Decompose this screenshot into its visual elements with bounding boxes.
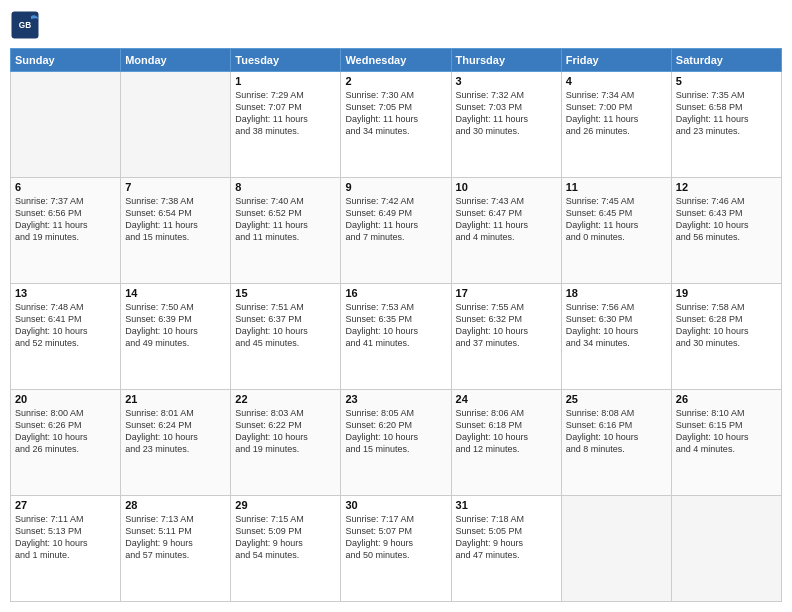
day-cell: 9Sunrise: 7:42 AM Sunset: 6:49 PM Daylig… xyxy=(341,178,451,284)
day-number: 15 xyxy=(235,287,336,299)
day-header-tuesday: Tuesday xyxy=(231,49,341,72)
day-cell: 2Sunrise: 7:30 AM Sunset: 7:05 PM Daylig… xyxy=(341,72,451,178)
day-cell: 16Sunrise: 7:53 AM Sunset: 6:35 PM Dayli… xyxy=(341,284,451,390)
day-info: Sunrise: 7:35 AM Sunset: 6:58 PM Dayligh… xyxy=(676,89,777,138)
day-cell: 11Sunrise: 7:45 AM Sunset: 6:45 PM Dayli… xyxy=(561,178,671,284)
day-number: 27 xyxy=(15,499,116,511)
day-cell: 5Sunrise: 7:35 AM Sunset: 6:58 PM Daylig… xyxy=(671,72,781,178)
day-number: 25 xyxy=(566,393,667,405)
day-number: 31 xyxy=(456,499,557,511)
day-info: Sunrise: 8:01 AM Sunset: 6:24 PM Dayligh… xyxy=(125,407,226,456)
svg-text:GB: GB xyxy=(19,21,31,30)
day-cell: 22Sunrise: 8:03 AM Sunset: 6:22 PM Dayli… xyxy=(231,390,341,496)
day-number: 5 xyxy=(676,75,777,87)
day-number: 9 xyxy=(345,181,446,193)
day-number: 30 xyxy=(345,499,446,511)
day-info: Sunrise: 7:40 AM Sunset: 6:52 PM Dayligh… xyxy=(235,195,336,244)
day-info: Sunrise: 8:06 AM Sunset: 6:18 PM Dayligh… xyxy=(456,407,557,456)
day-cell: 27Sunrise: 7:11 AM Sunset: 5:13 PM Dayli… xyxy=(11,496,121,602)
day-info: Sunrise: 8:00 AM Sunset: 6:26 PM Dayligh… xyxy=(15,407,116,456)
day-info: Sunrise: 7:13 AM Sunset: 5:11 PM Dayligh… xyxy=(125,513,226,562)
day-header-friday: Friday xyxy=(561,49,671,72)
day-cell: 18Sunrise: 7:56 AM Sunset: 6:30 PM Dayli… xyxy=(561,284,671,390)
day-header-wednesday: Wednesday xyxy=(341,49,451,72)
day-info: Sunrise: 7:45 AM Sunset: 6:45 PM Dayligh… xyxy=(566,195,667,244)
day-cell: 17Sunrise: 7:55 AM Sunset: 6:32 PM Dayli… xyxy=(451,284,561,390)
header: GB xyxy=(10,10,782,40)
day-cell: 26Sunrise: 8:10 AM Sunset: 6:15 PM Dayli… xyxy=(671,390,781,496)
day-number: 24 xyxy=(456,393,557,405)
day-cell: 6Sunrise: 7:37 AM Sunset: 6:56 PM Daylig… xyxy=(11,178,121,284)
day-info: Sunrise: 7:56 AM Sunset: 6:30 PM Dayligh… xyxy=(566,301,667,350)
day-number: 26 xyxy=(676,393,777,405)
day-info: Sunrise: 7:34 AM Sunset: 7:00 PM Dayligh… xyxy=(566,89,667,138)
day-cell xyxy=(561,496,671,602)
day-info: Sunrise: 8:08 AM Sunset: 6:16 PM Dayligh… xyxy=(566,407,667,456)
day-info: Sunrise: 7:38 AM Sunset: 6:54 PM Dayligh… xyxy=(125,195,226,244)
day-header-monday: Monday xyxy=(121,49,231,72)
day-number: 1 xyxy=(235,75,336,87)
day-cell: 30Sunrise: 7:17 AM Sunset: 5:07 PM Dayli… xyxy=(341,496,451,602)
page: GB SundayMondayTuesdayWednesdayThursdayF… xyxy=(0,0,792,612)
day-cell: 20Sunrise: 8:00 AM Sunset: 6:26 PM Dayli… xyxy=(11,390,121,496)
day-info: Sunrise: 7:51 AM Sunset: 6:37 PM Dayligh… xyxy=(235,301,336,350)
day-cell xyxy=(121,72,231,178)
day-info: Sunrise: 8:10 AM Sunset: 6:15 PM Dayligh… xyxy=(676,407,777,456)
day-info: Sunrise: 7:55 AM Sunset: 6:32 PM Dayligh… xyxy=(456,301,557,350)
week-row-0: 1Sunrise: 7:29 AM Sunset: 7:07 PM Daylig… xyxy=(11,72,782,178)
day-number: 2 xyxy=(345,75,446,87)
day-header-thursday: Thursday xyxy=(451,49,561,72)
day-number: 13 xyxy=(15,287,116,299)
day-info: Sunrise: 7:17 AM Sunset: 5:07 PM Dayligh… xyxy=(345,513,446,562)
logo-icon: GB xyxy=(10,10,40,40)
day-info: Sunrise: 7:50 AM Sunset: 6:39 PM Dayligh… xyxy=(125,301,226,350)
day-number: 23 xyxy=(345,393,446,405)
week-row-4: 27Sunrise: 7:11 AM Sunset: 5:13 PM Dayli… xyxy=(11,496,782,602)
day-cell: 23Sunrise: 8:05 AM Sunset: 6:20 PM Dayli… xyxy=(341,390,451,496)
day-info: Sunrise: 7:53 AM Sunset: 6:35 PM Dayligh… xyxy=(345,301,446,350)
day-cell: 29Sunrise: 7:15 AM Sunset: 5:09 PM Dayli… xyxy=(231,496,341,602)
day-cell xyxy=(11,72,121,178)
day-info: Sunrise: 7:29 AM Sunset: 7:07 PM Dayligh… xyxy=(235,89,336,138)
week-row-3: 20Sunrise: 8:00 AM Sunset: 6:26 PM Dayli… xyxy=(11,390,782,496)
day-cell: 4Sunrise: 7:34 AM Sunset: 7:00 PM Daylig… xyxy=(561,72,671,178)
day-number: 10 xyxy=(456,181,557,193)
header-row: SundayMondayTuesdayWednesdayThursdayFrid… xyxy=(11,49,782,72)
day-info: Sunrise: 7:48 AM Sunset: 6:41 PM Dayligh… xyxy=(15,301,116,350)
day-cell: 7Sunrise: 7:38 AM Sunset: 6:54 PM Daylig… xyxy=(121,178,231,284)
day-cell: 21Sunrise: 8:01 AM Sunset: 6:24 PM Dayli… xyxy=(121,390,231,496)
day-cell: 8Sunrise: 7:40 AM Sunset: 6:52 PM Daylig… xyxy=(231,178,341,284)
day-number: 28 xyxy=(125,499,226,511)
day-info: Sunrise: 7:18 AM Sunset: 5:05 PM Dayligh… xyxy=(456,513,557,562)
day-number: 4 xyxy=(566,75,667,87)
day-cell: 24Sunrise: 8:06 AM Sunset: 6:18 PM Dayli… xyxy=(451,390,561,496)
day-info: Sunrise: 7:58 AM Sunset: 6:28 PM Dayligh… xyxy=(676,301,777,350)
day-cell xyxy=(671,496,781,602)
day-info: Sunrise: 7:30 AM Sunset: 7:05 PM Dayligh… xyxy=(345,89,446,138)
day-cell: 25Sunrise: 8:08 AM Sunset: 6:16 PM Dayli… xyxy=(561,390,671,496)
day-cell: 3Sunrise: 7:32 AM Sunset: 7:03 PM Daylig… xyxy=(451,72,561,178)
day-cell: 1Sunrise: 7:29 AM Sunset: 7:07 PM Daylig… xyxy=(231,72,341,178)
day-info: Sunrise: 7:37 AM Sunset: 6:56 PM Dayligh… xyxy=(15,195,116,244)
day-number: 12 xyxy=(676,181,777,193)
day-info: Sunrise: 7:43 AM Sunset: 6:47 PM Dayligh… xyxy=(456,195,557,244)
day-info: Sunrise: 8:03 AM Sunset: 6:22 PM Dayligh… xyxy=(235,407,336,456)
day-number: 3 xyxy=(456,75,557,87)
day-cell: 10Sunrise: 7:43 AM Sunset: 6:47 PM Dayli… xyxy=(451,178,561,284)
day-number: 20 xyxy=(15,393,116,405)
day-info: Sunrise: 7:15 AM Sunset: 5:09 PM Dayligh… xyxy=(235,513,336,562)
day-number: 7 xyxy=(125,181,226,193)
day-cell: 14Sunrise: 7:50 AM Sunset: 6:39 PM Dayli… xyxy=(121,284,231,390)
day-number: 11 xyxy=(566,181,667,193)
day-number: 21 xyxy=(125,393,226,405)
day-number: 17 xyxy=(456,287,557,299)
day-number: 19 xyxy=(676,287,777,299)
day-info: Sunrise: 8:05 AM Sunset: 6:20 PM Dayligh… xyxy=(345,407,446,456)
day-cell: 15Sunrise: 7:51 AM Sunset: 6:37 PM Dayli… xyxy=(231,284,341,390)
day-cell: 12Sunrise: 7:46 AM Sunset: 6:43 PM Dayli… xyxy=(671,178,781,284)
day-header-sunday: Sunday xyxy=(11,49,121,72)
day-number: 8 xyxy=(235,181,336,193)
day-info: Sunrise: 7:46 AM Sunset: 6:43 PM Dayligh… xyxy=(676,195,777,244)
day-info: Sunrise: 7:42 AM Sunset: 6:49 PM Dayligh… xyxy=(345,195,446,244)
day-info: Sunrise: 7:32 AM Sunset: 7:03 PM Dayligh… xyxy=(456,89,557,138)
